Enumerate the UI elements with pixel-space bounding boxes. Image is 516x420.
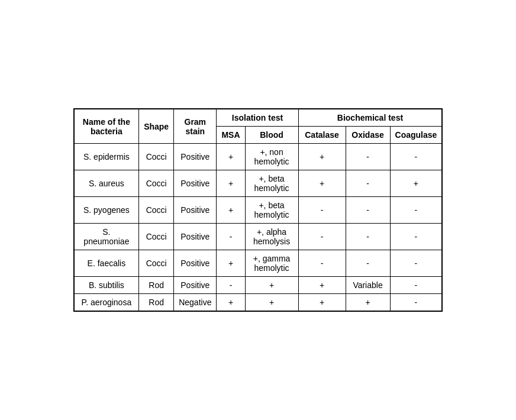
header-msa: MSA bbox=[217, 127, 245, 144]
cell-catalase: - bbox=[298, 250, 346, 277]
cell-shape: Cocci bbox=[139, 250, 174, 277]
cell-blood: + bbox=[245, 294, 298, 312]
header-row-1: Name of the bacteria Shape Gram stain Is… bbox=[74, 109, 443, 127]
cell-coagulase: - bbox=[390, 224, 442, 250]
table-row: S. pyogenesCocciPositive++, beta hemolyt… bbox=[74, 197, 443, 224]
cell-gram: Positive bbox=[174, 170, 217, 197]
table-row: S. epidermisCocciPositive++, non hemolyt… bbox=[74, 144, 443, 170]
cell-coagulase: - bbox=[390, 277, 442, 294]
cell-shape: Cocci bbox=[139, 224, 174, 250]
header-shape: Shape bbox=[139, 109, 174, 144]
header-coagulase: Coagulase bbox=[390, 127, 442, 144]
cell-blood: +, non hemolytic bbox=[245, 144, 298, 170]
header-biochemical: Biochemical test bbox=[298, 109, 442, 127]
cell-msa: + bbox=[217, 250, 245, 277]
cell-oxidase: - bbox=[346, 197, 390, 224]
cell-oxidase: - bbox=[346, 250, 390, 277]
cell-oxidase: - bbox=[346, 224, 390, 250]
header-bacteria: Name of the bacteria bbox=[74, 109, 139, 144]
cell-bacteria: S. pyogenes bbox=[74, 197, 139, 224]
cell-coagulase: + bbox=[390, 170, 442, 197]
cell-msa: - bbox=[217, 277, 245, 294]
cell-catalase: + bbox=[298, 277, 346, 294]
table-row: B. subtilisRodPositive-++Variable- bbox=[74, 277, 443, 294]
cell-catalase: + bbox=[298, 170, 346, 197]
cell-blood: +, beta hemolytic bbox=[245, 197, 298, 224]
cell-bacteria: S. epidermis bbox=[74, 144, 139, 170]
header-isolation: Isolation test bbox=[217, 109, 298, 127]
cell-msa: + bbox=[217, 294, 245, 312]
cell-catalase: - bbox=[298, 224, 346, 250]
cell-msa: + bbox=[217, 170, 245, 197]
cell-oxidase: + bbox=[346, 294, 390, 312]
cell-coagulase: - bbox=[390, 144, 442, 170]
cell-blood: +, beta hemolytic bbox=[245, 170, 298, 197]
cell-bacteria: S. aureus bbox=[74, 170, 139, 197]
cell-oxidase: - bbox=[346, 170, 390, 197]
cell-shape: Rod bbox=[139, 294, 174, 312]
cell-shape: Rod bbox=[139, 277, 174, 294]
cell-coagulase: - bbox=[390, 250, 442, 277]
cell-oxidase: Variable bbox=[346, 277, 390, 294]
cell-catalase: - bbox=[298, 197, 346, 224]
table-container: Name of the bacteria Shape Gram stain Is… bbox=[73, 108, 443, 312]
cell-shape: Cocci bbox=[139, 170, 174, 197]
cell-msa: + bbox=[217, 144, 245, 170]
cell-shape: Cocci bbox=[139, 197, 174, 224]
cell-gram: Positive bbox=[174, 250, 217, 277]
cell-bacteria: B. subtilis bbox=[74, 277, 139, 294]
cell-gram: Positive bbox=[174, 277, 217, 294]
header-blood: Blood bbox=[245, 127, 298, 144]
cell-catalase: + bbox=[298, 144, 346, 170]
bacteria-table: Name of the bacteria Shape Gram stain Is… bbox=[73, 108, 443, 312]
cell-gram: Positive bbox=[174, 197, 217, 224]
table-row: S. aureusCocciPositive++, beta hemolytic… bbox=[74, 170, 443, 197]
cell-coagulase: - bbox=[390, 197, 442, 224]
header-gram: Gram stain bbox=[174, 109, 217, 144]
cell-catalase: + bbox=[298, 294, 346, 312]
cell-bacteria: E. faecalis bbox=[74, 250, 139, 277]
cell-blood: +, gamma hemolytic bbox=[245, 250, 298, 277]
header-oxidase: Oxidase bbox=[346, 127, 390, 144]
cell-gram: Positive bbox=[174, 224, 217, 250]
table-row: P. aeroginosaRodNegative++++- bbox=[74, 294, 443, 312]
table-row: E. faecalisCocciPositive++, gamma hemoly… bbox=[74, 250, 443, 277]
cell-shape: Cocci bbox=[139, 144, 174, 170]
header-catalase: Catalase bbox=[298, 127, 346, 144]
cell-coagulase: - bbox=[390, 294, 442, 312]
cell-bacteria: S. pneumoniae bbox=[74, 224, 139, 250]
cell-oxidase: - bbox=[346, 144, 390, 170]
cell-msa: + bbox=[217, 197, 245, 224]
cell-blood: + bbox=[245, 277, 298, 294]
table-row: S. pneumoniaeCocciPositive-+, alpha hemo… bbox=[74, 224, 443, 250]
cell-bacteria: P. aeroginosa bbox=[74, 294, 139, 312]
table-body: S. epidermisCocciPositive++, non hemolyt… bbox=[74, 144, 443, 312]
cell-gram: Positive bbox=[174, 144, 217, 170]
cell-gram: Negative bbox=[174, 294, 217, 312]
cell-blood: +, alpha hemolysis bbox=[245, 224, 298, 250]
cell-msa: - bbox=[217, 224, 245, 250]
